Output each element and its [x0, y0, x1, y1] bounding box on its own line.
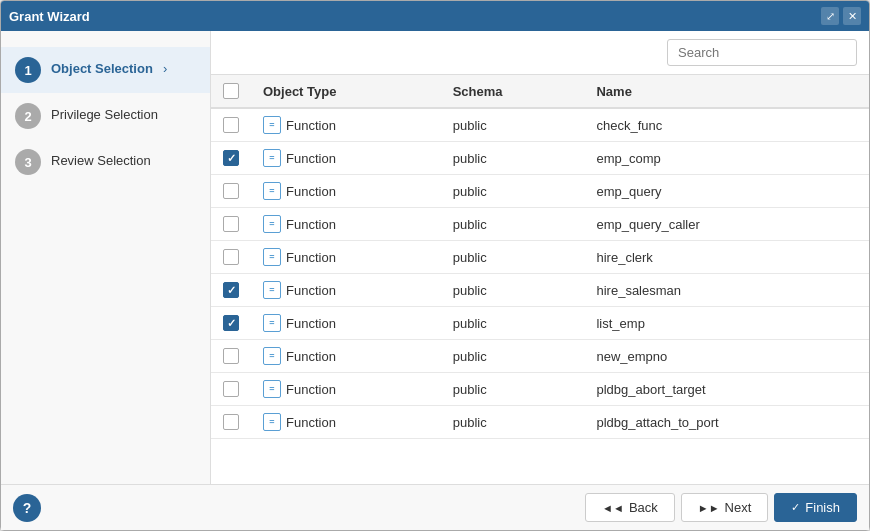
close-button[interactable]: ✕: [843, 7, 861, 25]
row-checkbox-8[interactable]: [223, 381, 239, 397]
table-row: = Function public emp_query: [211, 175, 869, 208]
row-checkbox-cell-2: [211, 175, 251, 208]
function-icon-7: =: [263, 347, 281, 365]
row-checkbox-5[interactable]: [223, 282, 239, 298]
main-panel: Object Type Schema Name = Function: [211, 31, 869, 484]
row-schema-3: public: [441, 208, 585, 241]
row-schema-1: public: [441, 142, 585, 175]
step-label-3: Review Selection: [51, 149, 151, 170]
table-container: Object Type Schema Name = Function: [211, 75, 869, 484]
function-icon-9: =: [263, 413, 281, 431]
object-type-text-1: Function: [286, 151, 336, 166]
row-schema-8: public: [441, 373, 585, 406]
step-label-1: Object Selection: [51, 57, 153, 78]
row-checkbox-cell-4: [211, 241, 251, 274]
object-type-text-2: Function: [286, 184, 336, 199]
row-checkbox-cell-8: [211, 373, 251, 406]
footer-buttons: ◄◄ Back ►► Next ✓ Finish: [585, 493, 857, 522]
row-name-9: pldbg_attach_to_port: [584, 406, 869, 439]
grant-wizard-window: Grant Wizard ⤢ ✕ 1 Object Selection › 2 …: [0, 0, 870, 531]
finish-button[interactable]: ✓ Finish: [774, 493, 857, 522]
row-checkbox-3[interactable]: [223, 216, 239, 232]
step-label-2: Privilege Selection: [51, 103, 158, 124]
row-checkbox-cell-7: [211, 340, 251, 373]
step-arrow-1: ›: [163, 57, 167, 76]
table-row: = Function public new_empno: [211, 340, 869, 373]
finish-label: Finish: [805, 500, 840, 515]
object-type-text-7: Function: [286, 349, 336, 364]
title-bar: Grant Wizard ⤢ ✕: [1, 1, 869, 31]
row-schema-4: public: [441, 241, 585, 274]
sidebar: 1 Object Selection › 2 Privilege Selecti…: [1, 31, 211, 484]
row-checkbox-7[interactable]: [223, 348, 239, 364]
row-checkbox-cell-9: [211, 406, 251, 439]
row-checkbox-9[interactable]: [223, 414, 239, 430]
row-object-type-6: = Function: [251, 307, 441, 340]
row-name-3: emp_query_caller: [584, 208, 869, 241]
row-object-type-5: = Function: [251, 274, 441, 307]
row-schema-2: public: [441, 175, 585, 208]
step-number-2: 2: [15, 103, 41, 129]
sidebar-step-1[interactable]: 1 Object Selection ›: [1, 47, 210, 93]
row-object-type-9: = Function: [251, 406, 441, 439]
select-all-checkbox[interactable]: [223, 83, 239, 99]
sidebar-step-3[interactable]: 3 Review Selection: [1, 139, 210, 185]
row-name-7: new_empno: [584, 340, 869, 373]
function-icon-6: =: [263, 314, 281, 332]
row-name-5: hire_salesman: [584, 274, 869, 307]
col-header-name: Name: [584, 75, 869, 108]
table-row: = Function public list_emp: [211, 307, 869, 340]
row-checkbox-2[interactable]: [223, 183, 239, 199]
table-body: = Function public check_func = Function …: [211, 108, 869, 439]
function-icon-1: =: [263, 149, 281, 167]
table-row: = Function public pldbg_attach_to_port: [211, 406, 869, 439]
function-icon-8: =: [263, 380, 281, 398]
row-object-type-4: = Function: [251, 241, 441, 274]
row-object-type-0: = Function: [251, 108, 441, 142]
col-header-object-type: Object Type: [251, 75, 441, 108]
table-row: = Function public pldbg_abort_target: [211, 373, 869, 406]
objects-table: Object Type Schema Name = Function: [211, 75, 869, 439]
table-row: = Function public check_func: [211, 108, 869, 142]
row-schema-0: public: [441, 108, 585, 142]
step-number-3: 3: [15, 149, 41, 175]
object-type-text-3: Function: [286, 217, 336, 232]
row-checkbox-4[interactable]: [223, 249, 239, 265]
select-all-header: [211, 75, 251, 108]
row-schema-5: public: [441, 274, 585, 307]
next-button[interactable]: ►► Next: [681, 493, 769, 522]
back-icon: ◄◄: [602, 502, 624, 514]
row-object-type-1: = Function: [251, 142, 441, 175]
row-checkbox-1[interactable]: [223, 150, 239, 166]
row-name-0: check_func: [584, 108, 869, 142]
back-button[interactable]: ◄◄ Back: [585, 493, 675, 522]
sidebar-step-2[interactable]: 2 Privilege Selection: [1, 93, 210, 139]
table-row: = Function public emp_query_caller: [211, 208, 869, 241]
row-name-4: hire_clerk: [584, 241, 869, 274]
maximize-button[interactable]: ⤢: [821, 7, 839, 25]
row-checkbox-cell-3: [211, 208, 251, 241]
help-button[interactable]: ?: [13, 494, 41, 522]
function-icon-3: =: [263, 215, 281, 233]
table-header-row: Object Type Schema Name: [211, 75, 869, 108]
row-name-8: pldbg_abort_target: [584, 373, 869, 406]
main-header: [211, 31, 869, 75]
row-checkbox-0[interactable]: [223, 117, 239, 133]
row-checkbox-6[interactable]: [223, 315, 239, 331]
col-header-schema: Schema: [441, 75, 585, 108]
row-name-6: list_emp: [584, 307, 869, 340]
object-type-text-4: Function: [286, 250, 336, 265]
row-checkbox-cell-0: [211, 108, 251, 142]
step-number-1: 1: [15, 57, 41, 83]
object-type-text-6: Function: [286, 316, 336, 331]
back-label: Back: [629, 500, 658, 515]
row-schema-9: public: [441, 406, 585, 439]
function-icon-0: =: [263, 116, 281, 134]
table-row: = Function public hire_clerk: [211, 241, 869, 274]
row-object-type-3: = Function: [251, 208, 441, 241]
search-input[interactable]: [667, 39, 857, 66]
footer: ? ◄◄ Back ►► Next ✓ Finish: [1, 484, 869, 530]
function-icon-4: =: [263, 248, 281, 266]
row-object-type-7: = Function: [251, 340, 441, 373]
table-row: = Function public emp_comp: [211, 142, 869, 175]
